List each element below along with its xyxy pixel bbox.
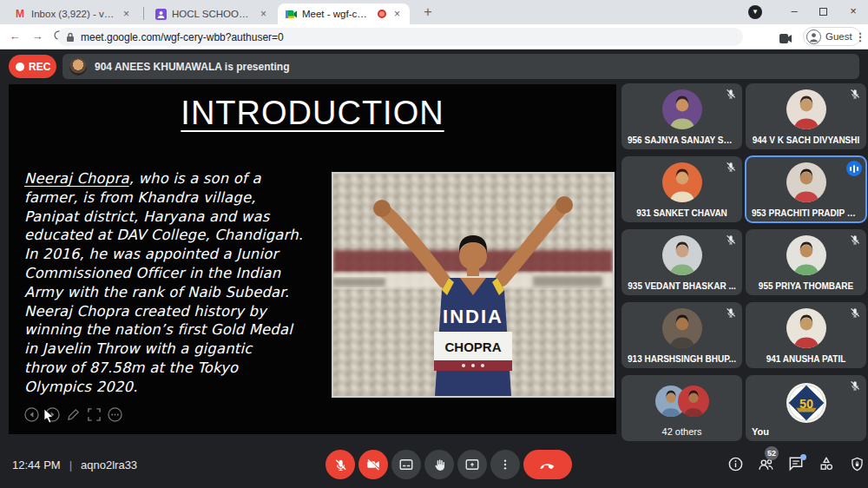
captions-button[interactable] <box>391 450 421 479</box>
participant-tile[interactable]: 913 HARSHSINGH BHUP... <box>621 302 742 368</box>
participants-button[interactable]: 52 <box>756 454 775 473</box>
present-screen-button[interactable] <box>457 450 487 479</box>
presentation-stage[interactable]: INTRODUCTION Neeraj Chopra, who is a son… <box>9 84 616 434</box>
mic-off-icon <box>333 458 348 472</box>
camera-off-icon <box>365 457 381 472</box>
back-button[interactable]: ← <box>7 29 23 44</box>
mic-off-icon <box>725 161 737 173</box>
window-minimize-button[interactable]: – <box>779 0 809 24</box>
pen-annotate-button[interactable] <box>66 407 81 422</box>
activities-icon <box>818 455 835 472</box>
mic-off-icon <box>849 234 861 246</box>
window-maximize-button[interactable] <box>809 0 838 24</box>
jersey-text: INDIA <box>443 306 503 327</box>
previous-slide-button[interactable] <box>24 407 39 422</box>
new-tab-button[interactable]: + <box>418 3 437 22</box>
url-text: meet.google.com/wgf-cery-wbb?authuser=0 <box>81 31 284 43</box>
presenting-banner: 904 ANEES KHUMAWALA is presenting <box>62 54 859 79</box>
fullscreen-button[interactable] <box>87 407 102 422</box>
body-line: Neeraj Chopra created history by <box>24 302 335 321</box>
close-icon[interactable]: × <box>391 8 403 20</box>
recording-label: REC <box>29 61 50 73</box>
avatar <box>786 162 826 202</box>
avatar <box>662 308 702 348</box>
time-and-code: 12:44 PM | aqno2lra33 <box>12 458 137 472</box>
lock-icon <box>66 32 75 43</box>
mic-toggle-button[interactable] <box>326 450 355 479</box>
overflow-tile-others[interactable]: 42 others <box>621 375 742 441</box>
body-line: Olympics 2020. <box>24 378 335 397</box>
participant-tile[interactable]: 956 SAJNYA SANJAY SH... <box>621 83 742 149</box>
close-icon[interactable]: × <box>121 8 132 20</box>
info-icon <box>727 456 744 472</box>
raise-hand-button[interactable] <box>424 450 454 479</box>
participant-name: 944 V K SACH DIVYANSHI <box>746 135 866 145</box>
participant-tile[interactable]: 935 VEDANT BHASKAR ... <box>621 229 742 295</box>
participant-tile[interactable]: 955 PRIYA THOMBARE <box>746 229 866 295</box>
participant-tile[interactable]: 941 ANUSHA PATIL <box>746 302 866 368</box>
meeting-panels: 52 <box>726 454 866 473</box>
slide-photo-neeraj-chopra: INDIA CHOPRA <box>332 172 615 398</box>
tab-search-button[interactable]: ▾ <box>748 5 762 19</box>
avatar <box>662 162 702 202</box>
tab-title: Meet - wgf-cery-wbb <box>302 9 372 19</box>
forward-button[interactable]: → <box>30 29 45 44</box>
participant-name: 955 PRIYA THOMBARE <box>746 281 866 291</box>
chat-button[interactable] <box>786 454 806 473</box>
self-tile[interactable]: 50 You <box>746 375 866 441</box>
participant-tile[interactable]: 944 V K SACH DIVYANSHI <box>746 83 866 149</box>
classroom-icon <box>155 8 167 20</box>
more-tools-button[interactable] <box>108 407 122 422</box>
tab-meet-active[interactable]: Meet - wgf-cery-wbb × <box>278 3 410 24</box>
mic-off-icon <box>725 234 737 246</box>
gmail-icon: M <box>14 8 26 20</box>
participant-tile[interactable]: 931 SANKET CHAVAN <box>621 156 742 222</box>
call-controls <box>326 450 572 479</box>
slide-title: INTRODUCTION <box>9 95 616 132</box>
tab-classroom[interactable]: HOCL SCHOOL CLASS 9TH [2021 × <box>148 3 276 24</box>
meet-bottom-bar: 12:44 PM | aqno2lra33 <box>0 442 868 488</box>
body-line: Panipat district, Haryana and was <box>24 208 335 227</box>
window-close-button[interactable]: × <box>838 0 868 24</box>
more-options-button[interactable] <box>490 450 520 479</box>
chat-unread-dot <box>800 454 806 460</box>
camera-permission-icon[interactable] <box>779 31 792 47</box>
participant-name: 956 SAJNYA SANJAY SH... <box>621 135 742 145</box>
body-line: Army with the rank of Naib Subedar. <box>24 283 335 302</box>
participant-grid: 956 SAJNYA SANJAY SH... 944 V K SACH DIV… <box>621 83 866 441</box>
body-line: educated at DAV College, Chandigarh. <box>24 226 335 245</box>
meet-icon <box>285 8 297 20</box>
host-controls-button[interactable] <box>847 454 866 473</box>
body-line: in Javelin Throw with a gigantic <box>24 340 335 359</box>
avatar <box>662 235 702 275</box>
recording-dot-icon <box>16 63 24 71</box>
address-bar[interactable]: meet.google.com/wgf-cery-wbb?authuser=0 <box>57 28 743 46</box>
slide-toolbar <box>24 407 122 422</box>
meet-app: REC 904 ANEES KHUMAWALA is presenting IN… <box>0 49 868 488</box>
mic-off-icon <box>849 379 861 392</box>
meeting-details-button[interactable] <box>726 454 745 473</box>
presenting-text: 904 ANEES KHUMAWALA is presenting <box>95 61 289 73</box>
participant-tile-speaking[interactable]: 953 PRACHITI PRADIP R... <box>746 156 866 222</box>
mic-off-icon <box>725 88 737 100</box>
browser-menu-button[interactable]: ⋮ <box>852 30 868 45</box>
body-line: winning the nation’s first Gold Medal <box>24 320 335 340</box>
screen: M Inbox (3,922) - vgpratima@mesa × HOCL … <box>0 0 868 488</box>
avatar <box>662 89 702 129</box>
self-label: You <box>746 426 866 437</box>
end-call-button[interactable] <box>523 450 572 479</box>
body-line: Neeraj Chopra, who is a son of a <box>24 169 335 188</box>
tab-gmail[interactable]: M Inbox (3,922) - vgpratima@mesa × <box>7 3 139 24</box>
hand-icon <box>432 458 447 472</box>
profile-label: Guest <box>825 31 852 42</box>
activities-button[interactable] <box>817 454 836 473</box>
participant-name: 935 VEDANT BHASKAR ... <box>621 281 742 291</box>
camera-toggle-button[interactable] <box>358 450 388 479</box>
meeting-code: aqno2lra33 <box>81 458 137 472</box>
avatar <box>786 235 826 275</box>
maximize-icon <box>819 8 827 16</box>
close-icon[interactable]: × <box>258 8 269 20</box>
bib-text: CHOPRA <box>444 340 501 354</box>
captions-icon <box>398 457 414 472</box>
participant-name: 931 SANKET CHAVAN <box>621 208 742 218</box>
